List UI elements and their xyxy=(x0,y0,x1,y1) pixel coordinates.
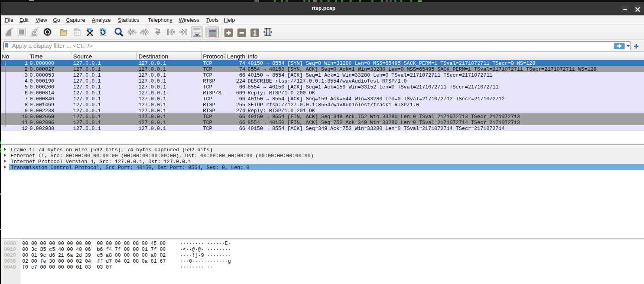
svg-text:0111: 0111 xyxy=(75,34,80,36)
